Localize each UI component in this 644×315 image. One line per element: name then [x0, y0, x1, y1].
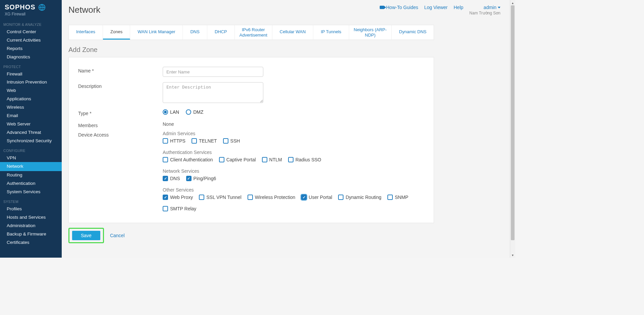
sidebar-item-vpn[interactable]: VPN: [0, 154, 62, 162]
sidebar-item-web[interactable]: Web: [0, 87, 62, 95]
brand-wordmark: SOPHOS: [5, 3, 36, 11]
checkbox-box-icon: [163, 195, 168, 200]
auth-services-title: Authentication Services: [163, 150, 424, 155]
vertical-scrollbar[interactable]: ▴ ▾: [510, 0, 515, 258]
checkbox-ntlm[interactable]: NTLM: [262, 157, 282, 162]
save-highlight: Save: [68, 228, 104, 243]
tab-zones[interactable]: Zones: [103, 25, 130, 40]
checkbox-label: HTTPS: [170, 138, 185, 144]
sidebar-item-authentication[interactable]: Authentication: [0, 179, 62, 188]
device-access-label: Device Access: [78, 131, 163, 217]
checkbox-wireless-protection[interactable]: Wireless Protection: [248, 195, 296, 200]
logviewer-link[interactable]: Log Viewer: [424, 5, 448, 10]
tab-ipv6-router-advertisement[interactable]: IPv6 RouterAdvertisement: [235, 25, 272, 40]
radio-dmz[interactable]: DMZ: [186, 109, 203, 115]
checkbox-box-icon: [219, 157, 224, 162]
radio-lan[interactable]: LAN: [163, 109, 179, 115]
sidebar-item-diagnostics[interactable]: Diagnostics: [0, 53, 62, 61]
sidebar-item-certificates[interactable]: Certificates: [0, 239, 62, 247]
brand-subtitle: XG Firewall: [5, 12, 57, 16]
sidebar-item-current-activities[interactable]: Current Activities: [0, 36, 62, 45]
description-label: Description: [78, 82, 163, 104]
checkbox-captive-portal[interactable]: Captive Portal: [219, 157, 256, 162]
checkbox-ssl-vpn-tunnel[interactable]: SSL VPN Tunnel: [199, 195, 241, 200]
scroll-up-icon[interactable]: ▴: [510, 0, 515, 5]
checkbox-label: Wireless Protection: [255, 195, 296, 200]
howto-link[interactable]: How-To Guides: [380, 5, 418, 10]
sidebar-item-network[interactable]: Network: [0, 162, 62, 171]
checkbox-label: DNS: [170, 176, 180, 181]
sidebar-item-profiles[interactable]: Profiles: [0, 205, 62, 213]
sidebar-section-title: SYSTEM: [0, 196, 62, 205]
sidebar-item-system-services[interactable]: System Services: [0, 188, 62, 196]
tab-dhcp[interactable]: DHCP: [207, 25, 235, 40]
type-radio-group: LAN DMZ: [163, 109, 424, 115]
checkbox-client-authentication[interactable]: Client Authentication: [163, 157, 213, 162]
tab-dynamic-dns[interactable]: Dynamic DNS: [392, 25, 434, 40]
checkbox-telnet[interactable]: TELNET: [192, 138, 217, 144]
checkbox-snmp[interactable]: SNMP: [387, 195, 408, 200]
checkbox-dns[interactable]: DNS: [163, 176, 180, 181]
checkbox-box-icon: [248, 195, 253, 200]
tab-dns[interactable]: DNS: [183, 25, 207, 40]
members-label: Members: [78, 121, 163, 128]
tab-wan-link-manager[interactable]: WAN Link Manager: [130, 25, 183, 40]
checkbox-label: SSL VPN Tunnel: [206, 195, 241, 200]
sidebar-item-backup-firmware[interactable]: Backup & Firmware: [0, 230, 62, 239]
sidebar-item-web-server[interactable]: Web Server: [0, 120, 62, 128]
checkbox-label: Radius SSO: [296, 157, 321, 162]
sidebar-item-reports[interactable]: Reports: [0, 45, 62, 53]
checkbox-box-icon: [186, 176, 192, 181]
tab-cellular-wan[interactable]: Cellular WAN: [272, 25, 314, 40]
sidebar-item-intrusion-prevention[interactable]: Intrusion Prevention: [0, 78, 62, 87]
checkbox-box-icon: [163, 206, 168, 211]
tab-interfaces[interactable]: Interfaces: [69, 25, 103, 40]
description-input[interactable]: [163, 82, 263, 103]
sidebar-item-routing[interactable]: Routing: [0, 171, 62, 179]
brand-logo: SOPHOS: [5, 3, 57, 11]
sidebar-item-firewall[interactable]: Firewall: [0, 70, 62, 78]
checkbox-ssh[interactable]: SSH: [223, 138, 240, 144]
checkbox-box-icon: [223, 138, 228, 144]
checkbox-box-icon: [262, 157, 267, 162]
checkbox-box-icon: [301, 195, 307, 200]
scrollbar-thumb[interactable]: [511, 5, 515, 240]
sidebar: SOPHOS XG Firewall MONITOR & ANALYZECont…: [0, 0, 62, 258]
tab-ip-tunnels[interactable]: IP Tunnels: [313, 25, 349, 40]
checkbox-label: SMTP Relay: [170, 206, 196, 211]
checkbox-box-icon: [163, 176, 168, 181]
top-links: How-To Guides Log Viewer Help admin Nam …: [380, 5, 500, 15]
checkbox-https[interactable]: HTTPS: [163, 138, 185, 144]
save-button[interactable]: Save: [72, 231, 100, 240]
sidebar-item-control-center[interactable]: Control Center: [0, 28, 62, 36]
name-label: Name *: [78, 67, 163, 77]
form-actions: Save Cancel: [68, 228, 510, 243]
chevron-down-icon: [498, 7, 500, 8]
sidebar-item-applications[interactable]: Applications: [0, 95, 62, 103]
scroll-down-icon[interactable]: ▾: [510, 252, 515, 258]
globe-icon: [38, 4, 46, 11]
admin-block: admin Nam Trường Sơn: [469, 5, 500, 15]
sidebar-item-hosts-and-services[interactable]: Hosts and Services: [0, 213, 62, 222]
admin-menu[interactable]: admin: [484, 5, 500, 10]
form-card: Name * Description Type * LAN DMZ Member…: [68, 57, 434, 223]
sidebar-item-administration[interactable]: Administration: [0, 222, 62, 230]
checkbox-radius-sso[interactable]: Radius SSO: [288, 157, 321, 162]
checkbox-label: SSH: [230, 138, 240, 144]
sidebar-item-wireless[interactable]: Wireless: [0, 103, 62, 112]
help-link[interactable]: Help: [454, 5, 464, 10]
checkbox-smtp-relay[interactable]: SMTP Relay: [163, 206, 196, 211]
name-input[interactable]: [163, 67, 263, 77]
tab-neighbors-arp-ndp-[interactable]: Neighbors (ARP-NDP): [349, 25, 392, 40]
admin-services-title: Admin Services: [163, 131, 424, 136]
checkbox-dynamic-routing[interactable]: Dynamic Routing: [338, 195, 381, 200]
checkbox-user-portal[interactable]: User Portal: [301, 195, 332, 200]
tabs-bar: InterfacesZonesWAN Link ManagerDNSDHCPIP…: [68, 25, 434, 40]
checkbox-ping-ping6[interactable]: Ping/Ping6: [186, 176, 216, 181]
sidebar-item-synchronized-security[interactable]: Synchronized Security: [0, 137, 62, 145]
checkbox-web-proxy[interactable]: Web Proxy: [163, 195, 193, 200]
cancel-link[interactable]: Cancel: [110, 233, 125, 238]
checkbox-label: SNMP: [395, 195, 408, 200]
sidebar-item-advanced-threat[interactable]: Advanced Threat: [0, 128, 62, 137]
sidebar-item-email[interactable]: Email: [0, 112, 62, 120]
